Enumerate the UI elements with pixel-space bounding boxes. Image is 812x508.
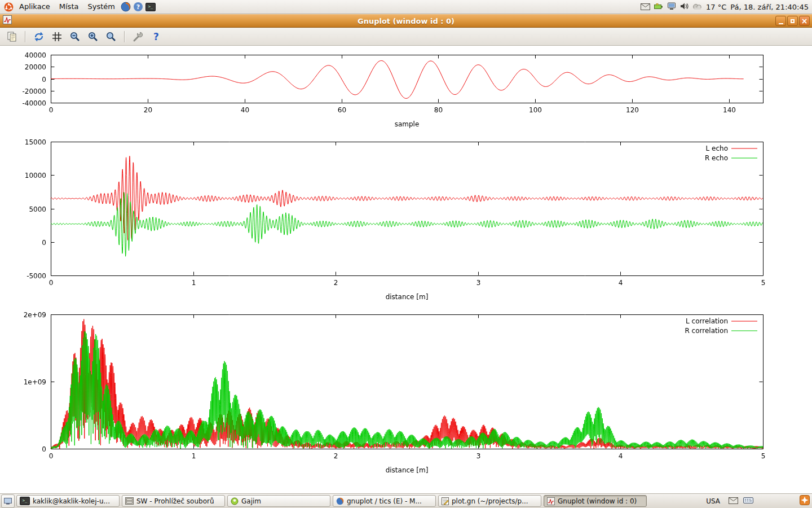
gnuplot-icon [547, 497, 555, 505]
top-panel: Aplikace Místa Systém ? >_ [0, 0, 812, 14]
grid-icon [52, 32, 62, 42]
taskbar-button-terminal[interactable]: >_ kaklik@kaklik-kolej-u... [16, 495, 120, 507]
gnuplot-window: Gnuplot (window id : 0) × [0, 14, 812, 493]
firefox-launcher-icon[interactable] [120, 0, 132, 14]
help-launcher-icon[interactable]: ? [132, 0, 144, 14]
maximize-icon [791, 19, 795, 23]
menu-places[interactable]: Místa [55, 0, 83, 14]
menu-system[interactable]: Systém [83, 0, 119, 14]
tray-mail-icon[interactable] [729, 496, 738, 506]
terminal-launcher-icon[interactable]: >_ [144, 0, 157, 14]
tray-keyboard-icon[interactable] [743, 496, 753, 506]
gajim-icon [231, 497, 239, 505]
help-button[interactable]: ? [149, 29, 164, 44]
toolbar-separator [25, 31, 26, 42]
taskbar-button-firefox[interactable]: gnuplot / tics (E) - M... [333, 495, 436, 507]
maximize-button[interactable] [787, 16, 798, 26]
taskbar-button-label: Gnuplot (window id : 0) [558, 497, 637, 505]
display-icon[interactable] [667, 2, 676, 12]
taskbar-button-label: plot.gn (~/projects/p... [452, 497, 528, 505]
copy-icon [6, 31, 17, 42]
toolbar: ? [0, 28, 812, 46]
gnuplot-plots-canvas[interactable] [0, 46, 812, 493]
window-title: Gnuplot (window id : 0) [0, 17, 812, 25]
zoom-previous-icon [69, 31, 81, 42]
taskbar-button-label: gnuplot / tics (E) - M... [347, 497, 422, 505]
temperature-label[interactable]: 17 °C [706, 3, 726, 11]
weather-icon[interactable] [692, 2, 702, 12]
zoom-next-button[interactable] [86, 29, 100, 44]
text-editor-icon [442, 497, 449, 505]
grid-toggle-button[interactable] [50, 29, 64, 44]
minimize-button[interactable] [775, 16, 786, 26]
ubuntu-logo-icon[interactable] [2, 0, 15, 14]
taskbar: >_ kaklik@kaklik-kolej-u... SW - Prohlíž… [0, 493, 812, 508]
help-icon: ? [134, 2, 143, 11]
show-desktop-button[interactable] [1, 494, 15, 508]
keyboard-layout-indicator[interactable]: USA [703, 497, 723, 506]
panel-tray: 17 °C Pá, 18. září, 21:40:45 [641, 0, 812, 14]
copy-clipboard-button[interactable] [5, 29, 19, 44]
replot-button[interactable] [32, 29, 46, 44]
zoom-previous-button[interactable] [68, 29, 82, 44]
taskbar-button-label: kaklik@kaklik-kolej-u... [33, 497, 110, 505]
taskbar-button-file-manager[interactable]: SW - Prohlížeč souborů [122, 495, 225, 507]
gnuplot-client-area [0, 46, 812, 493]
taskbar-button-gajim[interactable]: Gajim [227, 495, 330, 507]
minimize-icon [779, 23, 783, 24]
terminal-icon: >_ [20, 497, 30, 505]
file-manager-icon [125, 497, 134, 505]
zoom-next-icon [87, 31, 99, 42]
panel-left: Aplikace Místa Systém ? >_ [0, 0, 157, 14]
replot-icon [33, 31, 45, 42]
mail-notification-icon[interactable] [641, 2, 650, 12]
taskbar-button-editor[interactable]: plot.gn (~/projects/p... [438, 495, 541, 507]
wrench-icon [133, 31, 144, 42]
terminal-icon: >_ [145, 3, 156, 11]
help-question-icon: ? [153, 31, 159, 42]
configure-button[interactable] [131, 29, 145, 44]
taskbar-tray: USA [703, 495, 812, 507]
titlebar[interactable]: Gnuplot (window id : 0) × [0, 14, 812, 28]
gnuplot-window-icon [3, 15, 12, 27]
taskbar-button-gnuplot[interactable]: Gnuplot (window id : 0) [544, 495, 647, 507]
taskbar-button-label: SW - Prohlížeč souborů [136, 497, 214, 505]
autoscale-icon [105, 31, 117, 42]
clock[interactable]: Pá, 18. září, 21:40:45 [730, 3, 809, 11]
show-desktop-icon [4, 498, 12, 505]
taskbar-button-label: Gajim [241, 497, 261, 505]
battery-icon[interactable] [654, 2, 663, 12]
firefox-icon [336, 497, 344, 505]
close-icon: × [801, 17, 808, 25]
menu-applications[interactable]: Aplikace [15, 0, 55, 14]
close-button[interactable]: × [799, 16, 810, 26]
autoscale-button[interactable] [104, 29, 118, 44]
volume-icon[interactable] [680, 2, 689, 12]
toolbar-separator [124, 31, 125, 42]
update-notifier-icon[interactable] [800, 495, 810, 507]
